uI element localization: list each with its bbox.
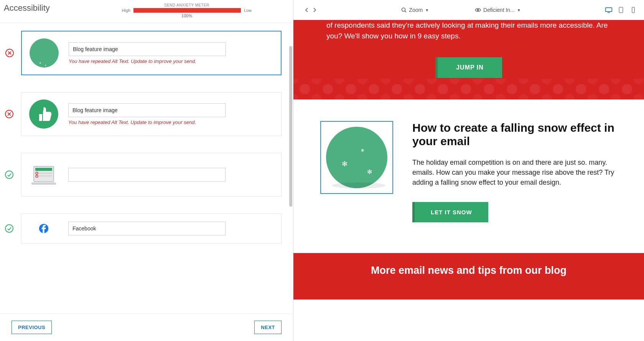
alt-text-input[interactable] (68, 168, 226, 182)
hero-text: of respondents said they're actively loo… (326, 20, 611, 41)
preview-panel: Zoom ▼ Deficient In... ▼ of respondents … (293, 0, 644, 341)
svg-point-21 (477, 9, 479, 11)
vision-dropdown[interactable]: Deficient In... ▼ (475, 7, 521, 13)
chevron-left-icon[interactable] (304, 7, 310, 13)
scrollbar-thumb[interactable] (289, 46, 292, 207)
alt-text-card[interactable]: You have repeated Alt Text. Update to im… (21, 92, 282, 136)
alt-text-input[interactable] (68, 222, 226, 235)
meter-high-label: High (122, 8, 131, 13)
tablet-icon[interactable] (617, 7, 625, 13)
alt-text-card[interactable]: You have repeated Alt Text. Update to im… (21, 31, 282, 75)
svg-line-20 (405, 11, 407, 13)
jump-in-button[interactable]: JUMP IN (435, 57, 502, 78)
alt-text-card[interactable] (21, 214, 282, 243)
app-root: Accessibility SEND ANXIETY METER High Lo… (0, 0, 644, 341)
hero-pattern (293, 79, 644, 99)
svg-point-19 (402, 8, 405, 12)
eye-icon (475, 8, 481, 12)
alt-warning: You have repeated Alt Text. Update to im… (69, 58, 274, 64)
alt-text-input[interactable] (69, 42, 226, 56)
nav-arrows[interactable] (304, 7, 317, 13)
status-error-icon (5, 110, 13, 118)
status-ok-icon (5, 170, 13, 179)
meter-percent: 100% (84, 13, 289, 18)
article-section: How to create a falling snow effect in y… (293, 99, 644, 253)
blog-band: More email news and tips from our blog (293, 253, 644, 300)
left-header: Accessibility SEND ANXIETY METER High Lo… (0, 0, 293, 23)
chevron-right-icon[interactable] (312, 7, 317, 13)
search-icon (401, 7, 407, 13)
alt-text-card[interactable] (21, 153, 282, 197)
email-preview-scroll[interactable]: of respondents said they're actively loo… (293, 20, 644, 341)
preview-toolbar: Zoom ▼ Deficient In... ▼ (293, 0, 644, 20)
article-desc: The holiday email competition is on and … (412, 157, 617, 187)
zoom-label: Zoom (409, 7, 423, 13)
thumb-thumbs-up-icon (28, 99, 59, 129)
hero-section: of respondents said they're actively loo… (293, 20, 644, 99)
left-footer: PREVIOUS NEXT (0, 313, 293, 341)
thumb-facebook-icon (35, 220, 52, 237)
mobile-icon[interactable] (629, 7, 637, 13)
anxiety-meter: SEND ANXIETY METER High Low 100% (84, 3, 289, 18)
svg-rect-22 (606, 8, 612, 12)
meter-low-label: Low (244, 8, 252, 13)
page-title: Accessibility (4, 3, 50, 13)
email-body: of respondents said they're actively loo… (293, 20, 644, 300)
caret-down-icon: ▼ (425, 8, 429, 12)
status-ok-icon (5, 224, 13, 233)
desktop-icon[interactable] (605, 7, 613, 13)
previous-button[interactable]: PREVIOUS (12, 321, 52, 334)
status-error-icon (5, 49, 14, 57)
meter-title: SEND ANXIETY METER (84, 3, 289, 7)
thumb-snow-circle (29, 38, 59, 68)
caret-down-icon: ▼ (517, 8, 521, 12)
article-thumb-selected[interactable] (320, 121, 393, 194)
next-button[interactable]: NEXT (254, 321, 282, 334)
article-title: How to create a falling snow effect in y… (412, 121, 617, 148)
alt-text-input[interactable] (68, 103, 226, 117)
accessibility-panel: Accessibility SEND ANXIETY METER High Lo… (0, 0, 293, 341)
svg-rect-25 (632, 7, 634, 13)
alt-warning: You have repeated Alt Text. Update to im… (68, 119, 274, 125)
thumb-laptop-icon (28, 159, 59, 190)
vision-label: Deficient In... (483, 7, 515, 13)
svg-rect-24 (619, 7, 623, 13)
cards-scroll[interactable]: You have repeated Alt Text. Update to im… (0, 23, 293, 313)
let-it-snow-button[interactable]: LET IT SNOW (412, 202, 488, 222)
zoom-dropdown[interactable]: Zoom ▼ (401, 7, 429, 13)
meter-bar (133, 8, 241, 13)
